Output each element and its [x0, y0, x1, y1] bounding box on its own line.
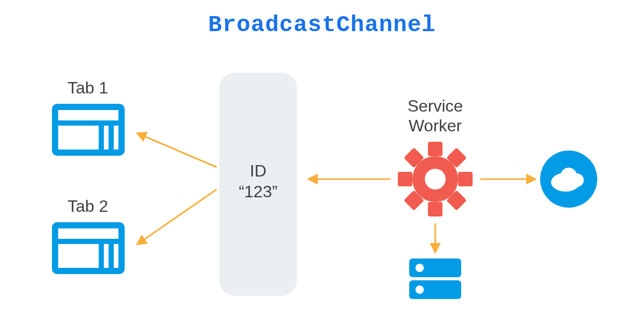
svg-point-27 — [415, 264, 424, 272]
arrow-channel-to-tab1 — [138, 133, 217, 167]
browser-window-icon — [52, 222, 125, 274]
svg-point-29 — [415, 286, 424, 294]
page-title: BroadcastChannel — [208, 12, 436, 38]
svg-rect-7 — [58, 228, 118, 239]
svg-rect-12 — [428, 142, 442, 156]
gear-icon — [382, 126, 488, 232]
broadcast-channel: ID “123” — [219, 73, 297, 296]
svg-rect-3 — [58, 126, 99, 150]
svg-rect-8 — [58, 244, 99, 268]
diagram-canvas: BroadcastChannel ID “123” Tab 1 Tab 2 — [0, 0, 644, 326]
svg-rect-2 — [58, 110, 118, 120]
channel-id-line2: “123” — [239, 182, 278, 201]
tab-1: Tab 1 — [52, 78, 125, 156]
tab-2-label: Tab 2 — [68, 197, 108, 215]
service-worker: Service Worker — [382, 97, 488, 232]
browser-window-icon — [52, 104, 125, 156]
tab-2: Tab 2 — [52, 197, 125, 274]
cloud-icon — [540, 151, 597, 208]
svg-rect-5 — [109, 126, 114, 150]
service-worker-label-1: Service — [408, 97, 463, 115]
channel-id-line1: ID — [250, 161, 266, 180]
svg-rect-10 — [109, 244, 114, 268]
svg-point-25 — [570, 173, 584, 187]
arrow-channel-to-tab2 — [138, 189, 217, 244]
tab-1-label: Tab 1 — [68, 78, 108, 97]
service-worker-label-2: Worker — [409, 116, 462, 135]
svg-rect-13 — [428, 202, 442, 216]
svg-point-20 — [425, 169, 446, 189]
server-icon — [409, 259, 461, 299]
svg-rect-15 — [458, 172, 473, 186]
svg-rect-14 — [398, 172, 412, 186]
